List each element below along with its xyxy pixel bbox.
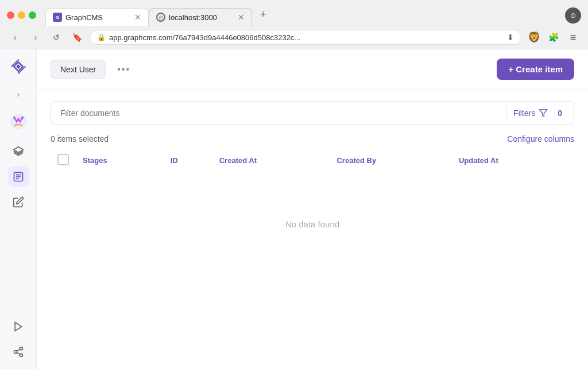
sidebar-colorful-icon[interactable] bbox=[8, 111, 29, 132]
new-tab-button[interactable]: + bbox=[252, 5, 274, 25]
browser-menu-dots[interactable]: ≡ bbox=[565, 29, 581, 45]
col-updated-at: Updated At bbox=[452, 148, 574, 173]
tab-graphcms-label: GraphCMS bbox=[65, 13, 131, 22]
table-controls: 0 items selected Configure columns bbox=[51, 134, 574, 144]
checkbox-header bbox=[51, 148, 76, 173]
graphcms-tab-icon: G bbox=[53, 13, 62, 22]
table-header-row: Stages ID Created At Created By Updated … bbox=[51, 148, 574, 173]
table-body: No data found bbox=[51, 173, 574, 276]
svg-point-12 bbox=[14, 351, 17, 354]
col-created-at: Created At bbox=[212, 148, 330, 173]
tab-graphcms[interactable]: G GraphCMS ✕ bbox=[45, 8, 149, 26]
select-all-checkbox[interactable] bbox=[57, 154, 69, 165]
browser-nav: ‹ › ↺ 🔖 🔒 app.graphcms.com/76a7943d9a444… bbox=[0, 26, 588, 49]
close-traffic-light[interactable] bbox=[7, 11, 14, 19]
content-area: Filters 0 0 items selected Configure col… bbox=[37, 90, 588, 369]
sidebar-item-edit[interactable] bbox=[8, 166, 29, 187]
sidebar-item-layers[interactable] bbox=[8, 141, 29, 162]
sidebar: › bbox=[0, 49, 37, 369]
table-header: Stages ID Created At Created By Updated … bbox=[51, 148, 574, 173]
empty-state-row: No data found bbox=[51, 173, 574, 276]
data-table: Stages ID Created At Created By Updated … bbox=[51, 148, 574, 275]
sidebar-item-edit2[interactable] bbox=[8, 192, 29, 212]
svg-point-4 bbox=[21, 117, 24, 119]
minimize-traffic-light[interactable] bbox=[18, 11, 25, 19]
maximize-traffic-light[interactable] bbox=[29, 11, 36, 19]
empty-state-message: No data found bbox=[51, 173, 574, 275]
more-options-button[interactable]: ••• bbox=[113, 62, 135, 77]
sidebar-item-play[interactable] bbox=[8, 316, 29, 337]
svg-line-14 bbox=[17, 352, 20, 354]
next-user-breadcrumb[interactable]: Next User bbox=[51, 60, 106, 79]
lock-icon: 🔒 bbox=[97, 33, 106, 41]
graphcms-logo[interactable] bbox=[8, 56, 29, 77]
filter-documents-input[interactable] bbox=[60, 102, 506, 125]
col-id: ID bbox=[164, 148, 212, 173]
back-button[interactable]: ‹ bbox=[7, 29, 23, 45]
items-selected-label: 0 items selected bbox=[51, 134, 109, 144]
address-bar[interactable]: 🔒 app.graphcms.com/76a7943d9a4446e0806d5… bbox=[90, 30, 521, 45]
traffic-lights bbox=[7, 11, 36, 19]
bookmark-button[interactable]: 🔖 bbox=[69, 29, 85, 45]
address-text: app.graphcms.com/76a7943d9a4446e0806d508… bbox=[109, 33, 504, 42]
sidebar-item-webhook[interactable] bbox=[8, 342, 29, 362]
svg-marker-10 bbox=[15, 323, 22, 331]
svg-point-11 bbox=[20, 347, 22, 350]
nav-right-icons: 🦁 🧩 ≡ bbox=[526, 29, 581, 45]
filter-icon bbox=[539, 108, 548, 118]
localhost-tab-icon: ⊙ bbox=[156, 13, 165, 22]
create-item-button[interactable]: + Create item bbox=[497, 59, 574, 80]
filter-count: 0 bbox=[555, 104, 564, 122]
svg-point-3 bbox=[13, 117, 16, 119]
col-stages: Stages bbox=[76, 148, 164, 173]
filter-bar: Filters 0 bbox=[51, 101, 574, 125]
tab-localhost-label: localhost:3000 bbox=[169, 13, 234, 22]
browser-titlebar: G GraphCMS ✕ ⊙ localhost:3000 ✕ + ⊙ bbox=[0, 0, 588, 26]
download-icon: ⬇ bbox=[507, 33, 514, 42]
topbar: Next User ••• + Create item bbox=[37, 49, 588, 90]
sidebar-toggle-button[interactable]: › bbox=[10, 86, 26, 102]
browser-menu-icon[interactable]: ⊙ bbox=[565, 7, 581, 24]
browser-chrome: G GraphCMS ✕ ⊙ localhost:3000 ✕ + ⊙ ‹ › … bbox=[0, 0, 588, 49]
tab-close-button[interactable]: ✕ bbox=[134, 13, 141, 21]
filters-button[interactable]: Filters bbox=[506, 104, 555, 122]
svg-text:G: G bbox=[56, 15, 59, 20]
reload-button[interactable]: ↺ bbox=[48, 29, 64, 45]
svg-point-13 bbox=[20, 354, 22, 356]
tab-bar: G GraphCMS ✕ ⊙ localhost:3000 ✕ + bbox=[45, 5, 556, 26]
forward-button[interactable]: › bbox=[28, 29, 44, 45]
extensions-icon[interactable]: 🧩 bbox=[546, 29, 562, 45]
svg-line-15 bbox=[17, 349, 20, 351]
app-layout: › bbox=[0, 49, 588, 369]
col-created-by: Created By bbox=[330, 148, 452, 173]
tab-localhost[interactable]: ⊙ localhost:3000 ✕ bbox=[149, 8, 252, 26]
brave-shield-icon[interactable]: 🦁 bbox=[526, 29, 542, 45]
tab-localhost-close[interactable]: ✕ bbox=[238, 13, 245, 21]
configure-columns-button[interactable]: Configure columns bbox=[507, 134, 574, 144]
filters-label: Filters bbox=[513, 108, 535, 118]
svg-marker-16 bbox=[540, 110, 547, 117]
main-content: Next User ••• + Create item Filters 0 bbox=[37, 49, 588, 369]
svg-point-2 bbox=[10, 114, 26, 130]
